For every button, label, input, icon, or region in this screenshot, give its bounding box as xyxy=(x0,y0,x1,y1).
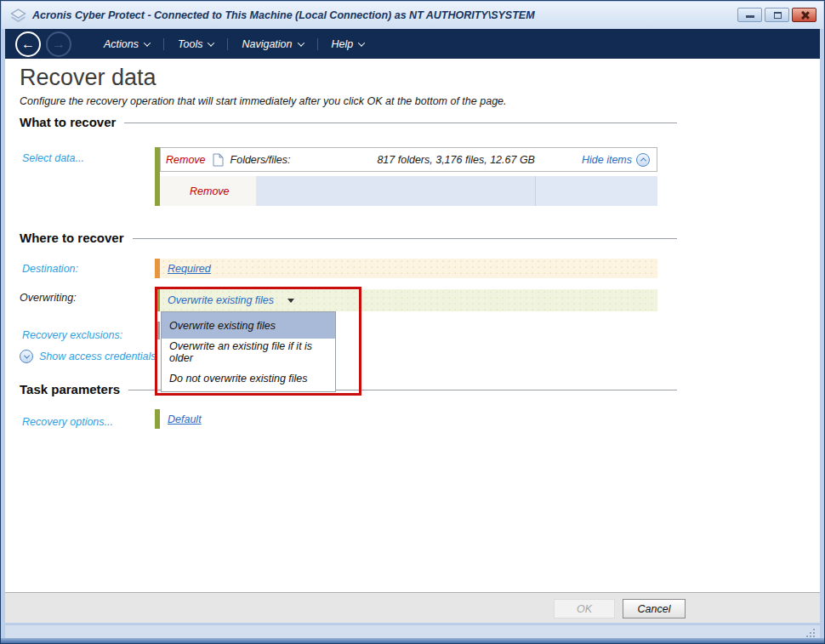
menu-divider xyxy=(227,38,228,50)
item-size-cell xyxy=(535,176,657,206)
item-type-label: Folders/files: xyxy=(230,154,291,166)
recovery-options-default-link[interactable]: Default xyxy=(168,413,202,425)
minimize-icon xyxy=(746,15,754,18)
green-accent-bar xyxy=(155,289,160,311)
dropdown-option-overwrite[interactable]: Overwrite existing files xyxy=(162,312,335,339)
recovery-exclusions-link[interactable]: Recovery exclusions: xyxy=(22,329,122,341)
recovery-options-row: Default xyxy=(155,409,657,429)
overwriting-dropdown-list: Overwrite existing files Overwrite an ex… xyxy=(161,311,336,392)
green-accent-bar xyxy=(155,409,160,429)
chevron-down-icon xyxy=(358,39,365,46)
overwriting-dropdown-trigger[interactable]: Overwrite existing files xyxy=(168,294,274,306)
chevron-down-icon xyxy=(208,39,214,46)
recovery-options-link[interactable]: Recovery options... xyxy=(22,416,113,428)
menu-tools[interactable]: Tools xyxy=(168,33,224,55)
chevron-down-icon xyxy=(297,39,304,46)
menu-actions[interactable]: Actions xyxy=(94,33,160,55)
maximize-icon xyxy=(774,12,782,19)
menu-help[interactable]: Help xyxy=(321,33,375,55)
content-area: Recover data Configure the recovery oper… xyxy=(5,59,820,623)
gray-accent-bar xyxy=(155,322,160,339)
overwriting-row: Overwrite existing files xyxy=(155,289,657,311)
selected-data-row: Remove Folders/files: 817 folders, 3,176… xyxy=(160,147,657,172)
forward-arrow-icon: → xyxy=(52,37,65,51)
chevron-up-icon xyxy=(640,157,646,163)
window-bottom-edge xyxy=(1,638,824,643)
back-button[interactable]: ← xyxy=(15,31,41,57)
forward-button[interactable]: → xyxy=(46,31,71,57)
section-header: What to recover xyxy=(20,115,116,129)
maximize-button[interactable] xyxy=(765,8,789,22)
collapse-items-button[interactable] xyxy=(636,153,650,167)
page-title: Recover data xyxy=(20,65,156,91)
dropdown-caret-icon xyxy=(287,299,294,303)
window-title: Acronis Cyber Protect - Connected to Thi… xyxy=(32,9,535,21)
remove-link[interactable]: Remove xyxy=(166,154,206,166)
item-detail-row: Remove xyxy=(160,176,657,206)
menu-navigation[interactable]: Navigation xyxy=(231,33,313,55)
show-access-credentials-toggle[interactable]: Show access credentials xyxy=(20,350,156,363)
show-access-credentials-label: Show access credentials xyxy=(39,350,156,362)
item-summary: 817 folders, 3,176 files, 12.67 GB xyxy=(377,154,535,166)
acronis-layers-icon xyxy=(10,9,26,23)
menubar: ← → Actions Tools Navigation Help xyxy=(5,29,820,59)
destination-label: Destination: xyxy=(22,263,78,275)
dropdown-option-overwrite-if-older[interactable]: Overwrite an existing file if it is olde… xyxy=(162,339,335,365)
menu-items: Actions Tools Navigation Help xyxy=(94,33,374,55)
menu-divider xyxy=(317,38,318,50)
close-icon xyxy=(799,10,809,20)
app-window: Acronis Cyber Protect - Connected to Thi… xyxy=(0,0,825,644)
menu-divider xyxy=(163,38,164,50)
chevron-down-icon xyxy=(144,39,151,46)
close-button[interactable] xyxy=(792,8,816,22)
section-where-to-recover: Where to recover xyxy=(20,231,677,245)
remove-item-link[interactable]: Remove xyxy=(190,185,230,197)
destination-row: Required xyxy=(155,259,657,278)
footer-bar: OK Cancel xyxy=(5,592,820,623)
document-icon xyxy=(213,153,224,167)
hide-items-link[interactable]: Hide items xyxy=(582,154,632,166)
select-data-link[interactable]: Select data... xyxy=(22,152,84,164)
orange-accent-bar xyxy=(155,259,160,278)
section-header: Where to recover xyxy=(20,231,124,245)
expand-credentials-button[interactable] xyxy=(20,350,33,363)
back-arrow-icon: ← xyxy=(21,37,35,51)
resize-grip[interactable] xyxy=(806,627,816,637)
page-subtitle: Configure the recovery operation that wi… xyxy=(20,95,507,107)
titlebar: Acronis Cyber Protect - Connected to Thi… xyxy=(2,2,823,29)
item-remove-cell: Remove xyxy=(160,176,256,206)
cancel-button[interactable]: Cancel xyxy=(623,599,686,618)
window-controls xyxy=(737,8,816,22)
minimize-button[interactable] xyxy=(737,8,762,22)
section-rule xyxy=(124,123,677,123)
dropdown-option-do-not-overwrite[interactable]: Do not overwrite existing files xyxy=(162,365,335,391)
section-rule xyxy=(133,238,677,239)
ok-button[interactable]: OK xyxy=(554,599,615,618)
chevron-down-icon xyxy=(23,352,29,358)
selected-data-panel: Remove Folders/files: 817 folders, 3,176… xyxy=(155,147,657,206)
destination-required-link[interactable]: Required xyxy=(168,263,211,275)
section-task-parameters: Task parameters xyxy=(20,382,677,396)
item-name-cell xyxy=(256,176,535,206)
overwriting-label: Overwriting: xyxy=(20,292,77,304)
section-header: Task parameters xyxy=(20,382,120,396)
section-what-to-recover: What to recover xyxy=(20,115,677,129)
